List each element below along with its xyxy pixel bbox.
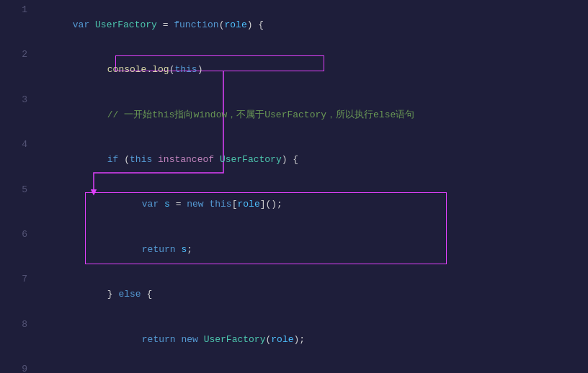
line-6: 6 return s; bbox=[0, 228, 588, 272]
fn-console: console bbox=[107, 64, 147, 75]
line-3: 3 // 一开始this指向window，不属于UserFactory，所以执行… bbox=[0, 93, 588, 138]
code-editor: 1 var UserFactory = function(role) { 2 c… bbox=[0, 0, 588, 373]
line-8: 8 return new UserFactory(role); bbox=[0, 318, 588, 362]
comment-1: // 一开始this指向window，不属于UserFactory，所以执行el… bbox=[107, 109, 414, 120]
line-2: 2 console.log(this) bbox=[0, 48, 588, 92]
line-1: 1 var UserFactory = function(role) { bbox=[0, 3, 588, 48]
line-5: 5 var s = new this[role](); bbox=[0, 183, 588, 228]
line-7: 7 } else { bbox=[0, 272, 588, 317]
line-4: 4 if (this instanceof UserFactory) { bbox=[0, 138, 588, 182]
keyword-var: var bbox=[73, 19, 95, 30]
class-userfactory: UserFactory bbox=[95, 19, 157, 30]
line-9: 9 } bbox=[0, 362, 588, 373]
